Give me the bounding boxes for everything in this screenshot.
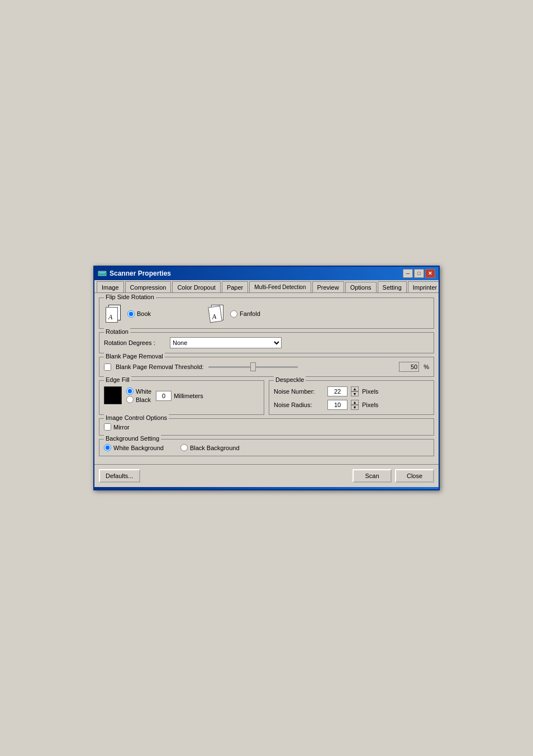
black-bg-label[interactable]: Black Background <box>180 444 240 451</box>
black-radio-label[interactable]: Black <box>126 396 151 403</box>
noise-radius-spinners: ▲ ▼ <box>351 400 359 410</box>
tab-options[interactable]: Options <box>345 282 377 293</box>
edge-fill-label: Edge Fill <box>104 376 131 383</box>
white-radio-label[interactable]: White <box>126 388 151 395</box>
close-button[interactable]: Close <box>395 469 434 483</box>
tab-image[interactable]: Image <box>97 281 124 292</box>
noise-radius-down[interactable]: ▼ <box>351 405 359 410</box>
blue-accent-bar <box>94 487 439 489</box>
fanfold-paper-icon: A <box>207 304 227 324</box>
mm-input[interactable] <box>156 391 172 401</box>
rotation-row: Rotation Degrees : None 90 180 270 <box>104 335 429 348</box>
fanfold-label-text: Fanfold <box>240 310 260 317</box>
book-radio[interactable] <box>127 310 135 318</box>
background-setting-content: White Background Black Background <box>104 442 429 451</box>
fanfold-option: A Fanfold <box>207 304 260 324</box>
title-controls: ─ □ ✕ <box>403 269 435 278</box>
black-radio[interactable] <box>126 396 134 403</box>
percent-sign: % <box>423 363 429 370</box>
book-paper-icon: A <box>104 304 124 324</box>
maximize-button[interactable]: □ <box>414 269 424 278</box>
fanfold-a-letter: A <box>212 313 217 322</box>
noise-radius-label: Noise Radius: <box>274 401 324 408</box>
blank-page-checkbox[interactable] <box>104 363 111 371</box>
rotation-label: Rotation <box>104 328 130 335</box>
white-bg-text: White Background <box>113 445 164 451</box>
edge-fill-radios: White Black <box>126 388 151 403</box>
background-setting-label: Background Setting <box>104 435 161 442</box>
threshold-slider-container <box>208 366 395 368</box>
tab-compression-label: Compression <box>130 284 166 291</box>
book-label-text: Book <box>137 310 151 317</box>
black-bg-text: Black Background <box>190 445 240 451</box>
tab-multifeed[interactable]: Multi-Feed Detection <box>249 281 311 292</box>
scan-button[interactable]: Scan <box>353 469 392 483</box>
noise-number-input[interactable] <box>327 386 348 396</box>
title-bar-left: Scanner Properties <box>98 269 171 278</box>
background-setting-group: Background Setting White Background Blac… <box>99 439 434 456</box>
tab-paper[interactable]: Paper <box>222 281 248 292</box>
rotation-group: Rotation Rotation Degrees : None 90 180 … <box>99 332 434 353</box>
title-bar: Scanner Properties ─ □ ✕ <box>94 267 439 280</box>
blank-page-label: Blank Page Removal <box>104 353 165 360</box>
noise-radius-row: Noise Radius: ▲ ▼ Pixels <box>274 400 429 410</box>
tab-preview[interactable]: Preview <box>312 281 344 292</box>
tab-bar: Image Compression Color Dropout Paper Mu… <box>94 280 439 293</box>
tab-preview-label: Preview <box>317 284 339 291</box>
content-area: Flip Side Rotation A Book <box>94 293 439 464</box>
noise-radius-up[interactable]: ▲ <box>351 400 359 405</box>
blank-page-row: Blank Page Removal Threshold: % <box>104 360 429 372</box>
mm-label: Millimeters <box>174 393 203 399</box>
paper-front: A <box>106 307 118 323</box>
noise-number-unit: Pixels <box>362 388 378 395</box>
mirror-checkbox[interactable] <box>104 423 111 431</box>
tab-compression[interactable]: Compression <box>125 281 172 292</box>
flip-rotation-content: A Book A <box>104 300 429 324</box>
white-radio[interactable] <box>126 388 134 395</box>
fanfold-radio-label[interactable]: Fanfold <box>230 310 260 318</box>
rotation-degrees-select[interactable]: None 90 180 270 <box>170 337 282 348</box>
noise-number-up[interactable]: ▲ <box>351 386 359 391</box>
minimize-button[interactable]: ─ <box>403 269 413 278</box>
noise-number-label: Noise Number: <box>274 388 324 395</box>
image-control-label: Image Control Options <box>104 414 169 421</box>
window-title: Scanner Properties <box>110 270 171 277</box>
scanner-icon <box>98 269 107 278</box>
despeckle-rows: Noise Number: ▲ ▼ Pixels Noise Radius: ▲ <box>274 383 429 410</box>
image-control-content: Mirror <box>104 421 429 431</box>
book-a-letter: A <box>108 313 112 322</box>
white-bg-radio[interactable] <box>104 444 111 451</box>
bottom-right-buttons: Scan Close <box>353 469 434 483</box>
blank-page-threshold-label: Blank Page Removal Threshold: <box>116 363 204 370</box>
noise-radius-input[interactable] <box>327 400 348 410</box>
noise-radius-unit: Pixels <box>362 401 378 408</box>
svg-rect-2 <box>98 273 107 275</box>
despeckle-group: Despeckle Noise Number: ▲ ▼ Pixels Noise… <box>269 380 434 415</box>
fanfold-radio[interactable] <box>230 310 237 318</box>
fanfold-front: A <box>208 306 222 323</box>
tab-color-dropout-label: Color Dropout <box>177 284 215 291</box>
noise-number-down[interactable]: ▼ <box>351 391 359 396</box>
defaults-button[interactable]: Defaults... <box>99 469 140 483</box>
tab-color-dropout[interactable]: Color Dropout <box>172 281 220 292</box>
book-radio-label[interactable]: Book <box>127 310 151 318</box>
threshold-percent-input[interactable] <box>399 362 419 372</box>
scanner-properties-window: Scanner Properties ─ □ ✕ Image Compressi… <box>93 266 440 490</box>
edge-fill-preview <box>104 386 122 404</box>
book-option: A Book <box>104 304 151 324</box>
despeckle-label: Despeckle <box>274 376 306 383</box>
tab-setting[interactable]: Setting <box>378 281 407 292</box>
two-col-section: Edge Fill White Black <box>99 380 434 418</box>
threshold-slider[interactable] <box>208 366 298 368</box>
black-bg-radio[interactable] <box>180 444 188 451</box>
close-window-button[interactable]: ✕ <box>425 269 435 278</box>
mirror-checkbox-label[interactable]: Mirror <box>104 423 429 431</box>
mm-input-row: Millimeters <box>156 391 203 401</box>
tab-paper-label: Paper <box>227 284 243 291</box>
bottom-bar: Defaults... Scan Close <box>94 464 439 487</box>
white-bg-label[interactable]: White Background <box>104 444 164 451</box>
edge-fill-content: White Black Millimeters <box>104 383 259 404</box>
tab-imprinter[interactable]: Imprinter <box>408 281 439 292</box>
white-label-text: White <box>136 388 151 395</box>
image-control-group: Image Control Options Mirror <box>99 418 434 436</box>
